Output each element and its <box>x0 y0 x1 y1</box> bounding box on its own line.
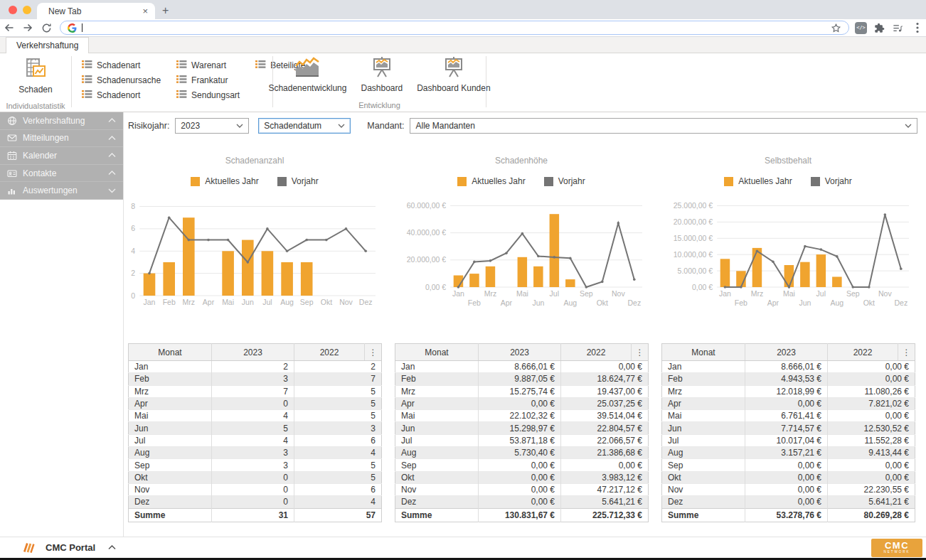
table-row[interactable]: Nov0,00 €22.230,55 € <box>662 483 915 495</box>
sidebar-item-kalender[interactable]: Kalender <box>0 147 123 165</box>
schadendatum-select[interactable]: Schadendatum <box>258 118 351 134</box>
svg-text:Nov: Nov <box>878 289 892 298</box>
ribbon-button-sendungsart[interactable]: Sendungsart <box>176 90 240 101</box>
table-menu-button[interactable]: ⋮ <box>898 344 915 361</box>
sidebar-item-label: Kalender <box>23 151 108 161</box>
table-menu-button[interactable]: ⋮ <box>632 344 649 361</box>
table-row[interactable]: Mai6.761,41 €0,00 € <box>662 410 915 422</box>
address-bar[interactable] <box>60 21 849 35</box>
sidebar-item-verkehrshaftung[interactable]: Verkehrshaftung <box>0 112 123 130</box>
table-row[interactable]: Apr0,00 €25.037,25 € <box>395 397 649 409</box>
table-row[interactable]: Dez0,00 €5.641,21 € <box>662 496 915 508</box>
table-row[interactable]: Nov06 <box>129 483 382 495</box>
table-row[interactable]: Jun53 <box>129 422 382 434</box>
sidebar-item-kontakte[interactable]: Kontakte <box>0 165 123 183</box>
table-row[interactable]: Jan22 <box>129 361 382 373</box>
table-row[interactable]: Feb4.943,53 €0,00 € <box>662 373 915 385</box>
schaden-button[interactable]: Schaden <box>0 53 71 95</box>
ribbon-button-warenart[interactable]: Warenart <box>176 60 240 71</box>
table-row[interactable]: Okt0,00 €3.983,12 € <box>395 471 649 483</box>
ribbon-button-frankatur[interactable]: Frankatur <box>176 75 240 86</box>
table-menu-button[interactable]: ⋮ <box>365 344 382 361</box>
ribbon-button-schadenart[interactable]: Schadenart <box>82 60 161 71</box>
data-table: Monat20232022⋮Jan8.666,01 €0,00 €Feb9.88… <box>395 343 649 522</box>
table-row[interactable]: Jun7.714,57 €12.530,52 € <box>662 422 915 434</box>
back-icon[interactable] <box>0 22 18 33</box>
table-row[interactable]: Apr05 <box>129 397 382 409</box>
column-header[interactable]: 2022 <box>294 344 365 361</box>
chevron-down-icon <box>236 124 243 128</box>
column-header[interactable]: 2023 <box>212 344 294 361</box>
table-row[interactable]: Apr0,00 €7.821,02 € <box>662 397 915 409</box>
code-extension-icon[interactable]: </> <box>855 22 867 34</box>
table-row[interactable]: Jul53.871,18 €22.066,57 € <box>395 434 649 446</box>
table-row[interactable]: Sep0,00 €0,00 € <box>662 459 915 471</box>
table-row[interactable]: Jun15.298,97 €22.804,57 € <box>395 422 649 434</box>
svg-text:Apr: Apr <box>767 298 779 307</box>
table-row[interactable]: Mai45 <box>129 410 382 422</box>
table-row[interactable]: Jan8.666,01 €0,00 € <box>395 361 649 373</box>
mandant-select[interactable]: Alle Mandanten <box>410 118 917 134</box>
reload-icon[interactable] <box>37 23 55 33</box>
chart-panel-selbstbehalt: SelbstbehaltAktuelles JahrVorjahr0,00 €5… <box>661 146 915 313</box>
google-icon <box>68 23 77 33</box>
column-header[interactable]: 2022 <box>561 344 632 361</box>
extensions-puzzle-icon[interactable] <box>874 23 885 33</box>
column-header[interactable]: Monat <box>662 344 745 361</box>
bookmark-star-icon[interactable] <box>831 23 841 33</box>
chevron-down-icon <box>108 188 116 193</box>
ribbon-tabstrip: Verkehrshaftung <box>0 37 926 53</box>
table-row[interactable]: Jul46 <box>129 434 382 446</box>
table-row[interactable]: Mrz12.018,99 €11.080,26 € <box>662 385 915 397</box>
new-tab-button[interactable]: + <box>162 3 169 18</box>
risikojahr-select[interactable]: 2023 <box>175 118 249 134</box>
svg-text:Nov: Nov <box>612 289 625 298</box>
column-header[interactable]: 2023 <box>745 344 828 361</box>
sidebar-item-label: Kontakte <box>23 168 108 178</box>
table-row[interactable]: Jan8.666,01 €0,00 € <box>662 361 915 373</box>
svg-text:8: 8 <box>131 202 135 210</box>
ribbon-button-schadenort[interactable]: Schadenort <box>82 90 161 101</box>
close-window-button[interactable] <box>9 6 17 14</box>
collapse-chevron-icon[interactable] <box>108 545 116 550</box>
table-row[interactable]: Sep0,00 €0,00 € <box>395 459 649 471</box>
table-row[interactable]: Dez04 <box>129 496 382 508</box>
column-header[interactable]: Monat <box>129 344 212 361</box>
table-row[interactable]: Nov0,00 €47.217,12 € <box>395 483 649 495</box>
table-row[interactable]: Sep35 <box>129 459 382 471</box>
table-row[interactable]: Mrz75 <box>129 385 382 397</box>
column-header[interactable]: 2022 <box>828 344 898 361</box>
table-row[interactable]: Mai22.102,32 €39.514,04 € <box>395 410 649 422</box>
table-row[interactable]: Okt05 <box>129 471 382 483</box>
table-row[interactable]: Feb9.887,05 €18.624,77 € <box>395 373 649 385</box>
table-row[interactable]: Okt0,00 €0,00 € <box>662 471 915 483</box>
sidebar-item-mitteilungen[interactable]: Mitteilungen <box>0 130 123 148</box>
browser-tab[interactable]: New Tab × <box>37 3 155 19</box>
table-row[interactable]: Aug5.730,40 €21.386,68 € <box>395 447 649 459</box>
url-input[interactable] <box>83 22 831 33</box>
tab-verkehrshaftung[interactable]: Verkehrshaftung <box>6 37 89 53</box>
table-row[interactable]: Feb37 <box>129 373 382 385</box>
list-filter-icon <box>176 75 187 86</box>
sidebar-item-auswertungen[interactable]: Auswertungen <box>0 182 123 200</box>
table-row[interactable]: Aug34 <box>129 447 382 459</box>
column-header[interactable]: 2023 <box>479 344 561 361</box>
ribbon-button-schadenursache[interactable]: Schadenursache <box>82 75 161 86</box>
forward-icon[interactable] <box>18 22 37 33</box>
svg-text:Okt: Okt <box>597 298 608 307</box>
ribbon-separator <box>486 56 486 107</box>
menu-dots-icon[interactable] <box>916 22 919 33</box>
legend-item: Aktuelles Jahr <box>457 176 525 186</box>
tab-close-icon[interactable]: × <box>142 6 148 16</box>
schaden-button-label: Schaden <box>18 85 52 95</box>
table-row[interactable]: Jul10.017,04 €11.552,28 € <box>662 434 915 446</box>
table-row[interactable]: Mrz15.275,74 €19.437,00 € <box>395 385 649 397</box>
minimize-window-button[interactable] <box>23 6 31 14</box>
schaden-icon <box>24 57 47 82</box>
svg-text:Sep: Sep <box>580 289 593 298</box>
table-row[interactable]: Dez0,00 €5.641,21 € <box>395 496 649 508</box>
playlist-icon[interactable] <box>892 23 903 33</box>
sidebar-item-label: Auswertungen <box>23 185 108 195</box>
column-header[interactable]: Monat <box>395 344 479 361</box>
table-row[interactable]: Aug3.157,21 €9.413,44 € <box>662 447 915 459</box>
